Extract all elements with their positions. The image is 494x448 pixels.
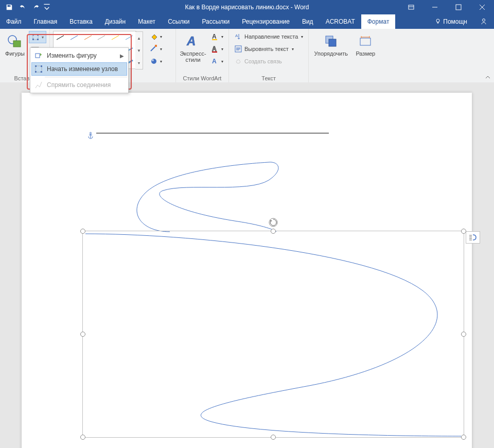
svg-line-17 [70, 36, 78, 40]
qat-customize-button[interactable] [43, 1, 50, 13]
quick-access-toolbar [0, 1, 50, 13]
text-direction-icon: A [234, 32, 242, 41]
tab-mailings[interactable]: Рассылки [196, 14, 236, 29]
align-text-icon [234, 45, 242, 53]
text-fill-button[interactable]: A▾ [209, 31, 225, 42]
gallery-more-icon[interactable]: ▾ [135, 57, 143, 69]
resize-handle-w[interactable] [80, 332, 85, 337]
tab-design[interactable]: Дизайн [99, 14, 132, 29]
resize-handle-nw[interactable] [80, 229, 85, 234]
minimize-button[interactable] [423, 0, 447, 14]
group-text: AНаправление текста▾ Выровнять текст▾ Со… [229, 29, 309, 82]
tab-view[interactable]: Вид [296, 14, 320, 29]
window-title: Как в Ворде нарисовать линию.docx - Word [185, 4, 309, 11]
tell-me-label: Помощн [443, 18, 467, 25]
link-icon [234, 57, 242, 65]
maximize-icon [455, 4, 462, 10]
share-icon [480, 18, 487, 25]
menu-change-shape[interactable]: Изменить фигуру ▶ [31, 49, 127, 62]
arrange-button[interactable]: Упорядочить [312, 31, 350, 59]
quick-styles-button[interactable]: A Экспресс-стили [179, 31, 207, 65]
outline-icon [150, 45, 158, 53]
text-effects-button[interactable]: A▾ [209, 56, 225, 67]
svg-point-36 [152, 59, 154, 61]
svg-line-18 [84, 36, 92, 40]
text-fill-icon: A [211, 32, 219, 41]
resize-handle-ne[interactable] [461, 229, 466, 234]
text-direction-button[interactable]: AНаправление текста▾ [232, 31, 305, 42]
minimize-icon [432, 4, 438, 10]
tab-references[interactable]: Ссылки [162, 14, 196, 29]
redo-button[interactable] [30, 1, 42, 13]
selected-shape[interactable] [82, 231, 464, 438]
resize-handle-sw[interactable] [80, 435, 85, 440]
svg-rect-3 [456, 5, 461, 10]
text-outline-icon: A [211, 45, 219, 53]
reroute-icon [34, 81, 43, 89]
tab-review[interactable]: Рецензирование [236, 14, 296, 29]
shape-fill-button[interactable]: ▾ [148, 31, 164, 42]
tab-acrobat[interactable]: ACROBAT [320, 14, 361, 29]
ribbon-tabs: Файл Главная Вставка Дизайн Макет Ссылки… [0, 14, 494, 29]
shapes-button[interactable]: Фигуры [3, 31, 27, 59]
menu-edit-points[interactable]: Начать изменение узлов [31, 62, 127, 76]
share-button[interactable] [473, 14, 494, 29]
tab-file[interactable]: Файл [0, 14, 28, 29]
page[interactable] [22, 93, 472, 448]
anchor-icon [87, 132, 94, 141]
collapse-ribbon-button[interactable] [484, 73, 492, 81]
close-button[interactable] [470, 0, 494, 14]
svg-line-16 [57, 36, 64, 40]
arrange-label: Упорядочить [314, 50, 348, 57]
tab-insert[interactable]: Вставка [63, 14, 99, 29]
size-label: Размер [356, 50, 375, 57]
svg-text:A: A [235, 33, 238, 38]
svg-point-7 [483, 19, 485, 22]
document-area[interactable] [0, 82, 494, 448]
align-text-button[interactable]: Выровнять текст▾ [232, 43, 305, 55]
gallery-scroll[interactable]: ▲ ▼ ▾ [135, 31, 143, 70]
freeform-curve-2 [83, 231, 464, 437]
gallery-up-icon[interactable]: ▲ [135, 32, 143, 44]
create-link-button[interactable]: Создать связь [232, 56, 305, 67]
maximize-button[interactable] [447, 0, 470, 14]
resize-handle-n[interactable] [271, 229, 276, 234]
svg-point-35 [151, 59, 156, 64]
resize-handle-se[interactable] [461, 435, 466, 440]
svg-rect-0 [409, 5, 414, 9]
undo-button[interactable] [16, 1, 29, 13]
svg-text:A: A [186, 34, 196, 48]
shape-outline-button[interactable]: ▾ [148, 43, 164, 55]
group-arrange: Упорядочить Размер [309, 29, 382, 82]
tell-me-button[interactable]: Помощн [429, 14, 473, 29]
svg-text:A: A [212, 45, 217, 53]
freeform-curve-1[interactable] [125, 160, 289, 234]
quick-styles-label: Экспресс-стили [180, 50, 206, 63]
resize-handle-e[interactable] [461, 332, 466, 337]
tab-format[interactable]: Формат [361, 14, 396, 29]
svg-rect-34 [155, 45, 157, 47]
app-window: Как в Ворде нарисовать линию.docx - Word… [0, 0, 494, 448]
edit-shape-menu: Изменить фигуру ▶ Начать изменение узлов… [30, 47, 129, 93]
ribbon-display-options-button[interactable] [399, 0, 423, 14]
svg-line-21 [126, 36, 133, 40]
edit-shape-button[interactable]: ▾ [29, 31, 46, 43]
tab-home[interactable]: Главная [28, 14, 64, 29]
resize-handle-s[interactable] [271, 435, 276, 440]
text-outline-button[interactable]: A▾ [209, 43, 225, 55]
layout-options-icon [468, 234, 478, 241]
rotate-handle[interactable] [269, 218, 278, 227]
shape-effects-button[interactable]: ▾ [148, 56, 164, 67]
change-shape-icon [34, 51, 43, 60]
horizontal-line-shape[interactable] [96, 133, 329, 133]
save-button[interactable] [3, 1, 15, 13]
gallery-down-icon[interactable]: ▼ [135, 44, 143, 57]
menu-separator [45, 77, 127, 77]
size-button[interactable]: Размер [352, 31, 379, 59]
group-label-text: Текст [232, 74, 305, 81]
menu-reroute-connectors: Спрямить соединения [31, 78, 127, 92]
effects-icon [150, 57, 158, 65]
tab-layout[interactable]: Макет [132, 14, 162, 29]
save-icon [6, 4, 13, 11]
layout-options-button[interactable] [466, 231, 480, 244]
